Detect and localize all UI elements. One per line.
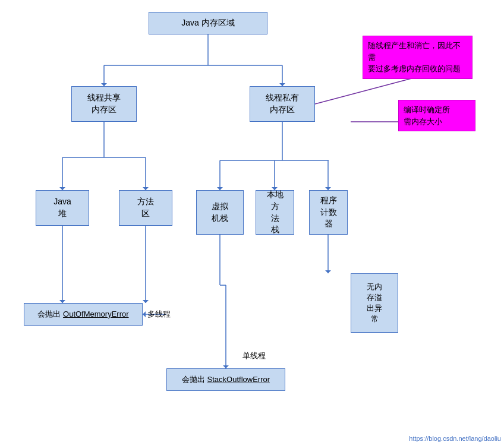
callout-thread-lifecycle: 随线程产生和消亡，因此不需 要过多考虑内存回收的问题 [363,36,472,79]
node-top: Java 内存区域 [149,12,267,34]
svg-marker-31 [143,311,146,317]
node-shared: 线程共享 内存区 [71,86,137,122]
svg-marker-29 [325,270,331,273]
node-sof: 会抛出 StackOutflowError [166,368,285,391]
node-native: 本地 方 法 栈 [256,190,294,235]
node-oom: 会抛出 OutOfMemoryError [24,303,143,326]
label-multithread: 多线程 [147,309,171,320]
node-vstack: 虚拟 机栈 [196,190,244,235]
node-private: 线程私有 内存区 [250,86,315,122]
oom-error-text: OutOfMemoryError [63,310,129,318]
node-counter: 程序 计数 器 [309,190,348,235]
diagram: Java 内存区域 线程共享 内存区 线程私有 内存区 Java 堆 方法 区 … [0,0,504,445]
node-method: 方法 区 [119,190,172,226]
label-singlethread: 单线程 [242,351,266,361]
callout-compile-time: 编译时确定所 需内存大小 [398,100,475,131]
watermark: https://blog.csdn.net/lang/daoliu [409,435,501,442]
sof-error-text: StackOutflowError [207,375,270,384]
svg-marker-23 [143,300,149,303]
node-heap: Java 堆 [36,190,89,226]
node-noov: 无内 存溢 出异 常 [351,273,398,333]
